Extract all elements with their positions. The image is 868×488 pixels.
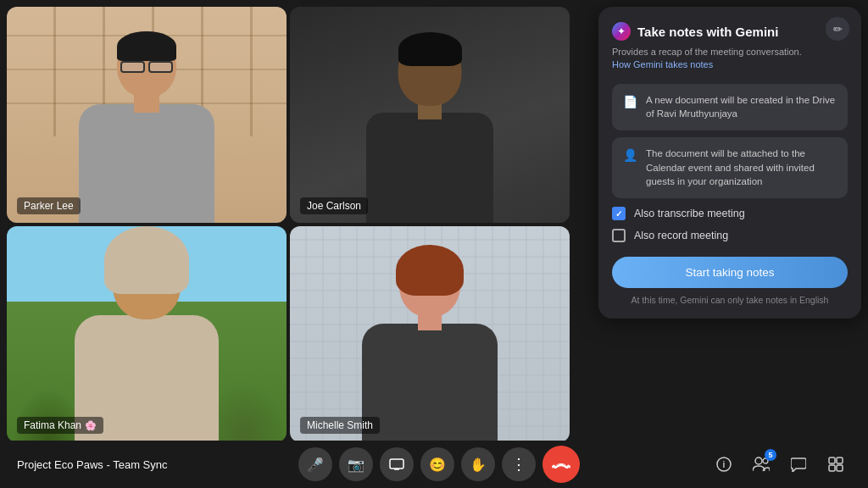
joe-name: Joe Carlson <box>307 200 361 212</box>
svg-rect-10 <box>837 458 843 463</box>
panel-subtitle: Provides a recap of the meeting conversa… <box>612 46 848 72</box>
info-icon: i <box>716 457 732 472</box>
drive-doc-icon: 📄 <box>622 94 637 109</box>
fatima-name: Fatima Khan <box>24 419 81 431</box>
parker-head <box>117 31 176 97</box>
parker-body <box>79 104 214 223</box>
parker-hair <box>117 31 176 61</box>
video-tile-joe[interactable]: Joe Carlson <box>290 7 570 223</box>
transcribe-label: Also transcribe meeting <box>634 208 745 219</box>
fatima-hijab <box>104 226 189 294</box>
svg-rect-11 <box>829 465 835 471</box>
start-taking-notes-button[interactable]: Start taking notes <box>612 257 848 288</box>
video-grid: Parker Lee Joe Carlson Fatima Khan 🌸 <box>0 0 576 449</box>
calendar-person-icon: 👤 <box>622 147 637 163</box>
people-button[interactable]: 5 <box>746 449 776 480</box>
record-label: Also record meeting <box>634 230 728 241</box>
disclaimer-text: At this time, Gemini can only take notes… <box>612 295 848 305</box>
info-card-drive-text: A new document will be created in the Dr… <box>646 93 837 121</box>
info-card-calendar: 👤 The document will be attached to the C… <box>612 137 848 198</box>
michelle-person <box>349 239 510 442</box>
transcribe-checkbox-row: Also transcribe meeting <box>612 207 848 220</box>
activities-icon <box>828 457 843 472</box>
michelle-body <box>362 324 498 442</box>
transcribe-checkbox[interactable] <box>612 207 626 220</box>
fatima-name-label: Fatima Khan 🌸 <box>17 417 103 434</box>
edit-icon-button[interactable]: ✏ <box>826 17 849 41</box>
end-call-button[interactable] <box>542 446 580 483</box>
panel-title: Take notes with Gemini <box>637 25 778 39</box>
edit-icon: ✏ <box>833 23 843 36</box>
gemini-panel: ✏ ✦ Take notes with Gemini Provides a re… <box>598 7 861 319</box>
michelle-name: Michelle Smith <box>307 419 373 431</box>
gemini-icon: ✦ <box>612 22 631 41</box>
activities-button[interactable] <box>821 449 851 480</box>
reactions-button[interactable]: 😊 <box>420 447 454 481</box>
controls-right: i 5 <box>709 449 851 480</box>
end-call-icon <box>552 460 570 469</box>
video-tile-fatima[interactable]: Fatima Khan 🌸 <box>7 226 287 442</box>
raise-hand-button[interactable]: ✋ <box>461 447 495 481</box>
panel-subtitle-text: Provides a recap of the meeting conversa… <box>612 47 802 57</box>
parker-name: Parker Lee <box>24 200 74 212</box>
bottom-bar: Project Eco Paws - Team Sync 🎤 📷 😊 ✋ ⋮ <box>0 441 868 488</box>
joe-head <box>398 36 462 106</box>
video-tile-parker[interactable]: Parker Lee <box>7 7 287 223</box>
joe-body <box>366 113 493 223</box>
panel-header: ✦ Take notes with Gemini <box>612 22 848 41</box>
michelle-head <box>399 249 460 317</box>
michelle-hair <box>396 245 464 296</box>
joe-person <box>353 36 506 223</box>
more-options-button[interactable]: ⋮ <box>502 447 536 481</box>
panel-subtitle-link[interactable]: How Gemini takes notes <box>612 59 713 69</box>
info-card-calendar-text: The document will be attached to the Cal… <box>646 147 837 189</box>
screenshare-icon <box>389 458 404 470</box>
controls-center: 🎤 📷 😊 ✋ ⋮ <box>170 446 709 483</box>
screenshare-button[interactable] <box>380 447 414 481</box>
fatima-emoji: 🌸 <box>85 420 97 431</box>
record-checkbox[interactable] <box>612 229 626 242</box>
svg-rect-12 <box>837 465 843 471</box>
chat-button[interactable] <box>783 449 814 480</box>
parker-name-label: Parker Lee <box>17 197 81 214</box>
info-card-drive: 📄 A new document will be created in the … <box>612 84 848 130</box>
mic-button[interactable]: 🎤 <box>298 447 332 481</box>
joe-hair <box>398 32 462 66</box>
camera-button[interactable]: 📷 <box>339 447 373 481</box>
svg-rect-0 <box>390 459 403 469</box>
svg-point-7 <box>755 458 762 464</box>
svg-text:i: i <box>723 460 726 469</box>
parker-glasses <box>120 61 173 73</box>
svg-rect-9 <box>829 458 835 463</box>
joe-name-label: Joe Carlson <box>300 197 368 214</box>
chat-icon <box>791 458 806 472</box>
gemini-star: ✦ <box>617 25 626 37</box>
people-badge: 5 <box>765 449 776 461</box>
meeting-info-button[interactable]: i <box>709 449 739 480</box>
fatima-person <box>62 230 231 442</box>
michelle-name-label: Michelle Smith <box>300 417 380 434</box>
meeting-title: Project Eco Paws - Team Sync <box>17 458 170 471</box>
video-tile-michelle[interactable]: Michelle Smith <box>290 226 570 442</box>
record-checkbox-row: Also record meeting <box>612 229 848 242</box>
parker-person <box>62 28 231 223</box>
